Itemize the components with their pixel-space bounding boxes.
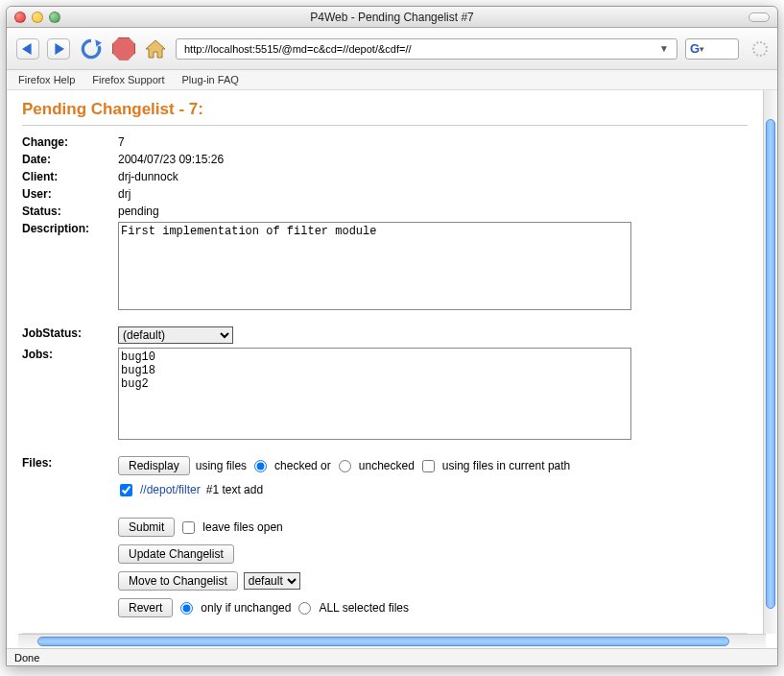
redisplay-button[interactable]: Redisplay bbox=[118, 456, 190, 475]
label-status: Status: bbox=[22, 205, 118, 218]
back-button[interactable] bbox=[16, 38, 39, 60]
text-only-unchanged: only if unchanged bbox=[201, 601, 291, 615]
svg-marker-1 bbox=[55, 43, 64, 55]
reload-icon bbox=[79, 36, 104, 61]
radio-all-selected[interactable] bbox=[298, 602, 311, 615]
move-target-select[interactable]: default bbox=[244, 572, 300, 590]
chevron-down-icon[interactable]: ▼ bbox=[655, 43, 673, 54]
text-checked-or: checked or bbox=[274, 459, 331, 472]
scrollbar-thumb[interactable] bbox=[766, 119, 775, 609]
label-jobs: Jobs: bbox=[22, 348, 118, 443]
label-date: Date: bbox=[22, 153, 118, 166]
browser-window: P4Web - Pending Changelist #7 http://loc… bbox=[6, 6, 778, 666]
text-current-path: using files in current path bbox=[442, 459, 570, 472]
home-button[interactable] bbox=[143, 36, 168, 61]
titlebar: P4Web - Pending Changelist #7 bbox=[7, 7, 777, 28]
label-jobstatus: JobStatus: bbox=[22, 326, 118, 344]
jobstatus-select[interactable]: (default) bbox=[118, 326, 233, 344]
checkbox-current-path[interactable] bbox=[422, 460, 435, 472]
update-changelist-button[interactable]: Update Changelist bbox=[118, 544, 234, 564]
divider bbox=[22, 125, 748, 126]
search-input[interactable]: G▾ bbox=[685, 38, 739, 60]
chevron-down-icon[interactable]: ▾ bbox=[700, 44, 704, 54]
radio-unchecked[interactable] bbox=[339, 460, 351, 472]
revert-button[interactable]: Revert bbox=[118, 598, 173, 617]
move-to-changelist-button[interactable]: Move to Changelist bbox=[118, 571, 238, 591]
browser-toolbar: http://localhost:5515/@md=c&cd=//depot/&… bbox=[7, 28, 777, 70]
page-content: Pending Changelist - 7: Change: 7 Date: … bbox=[7, 90, 763, 634]
throbber-icon bbox=[752, 41, 768, 57]
svg-marker-3 bbox=[146, 40, 165, 58]
reload-button[interactable] bbox=[78, 36, 105, 62]
url-bar[interactable]: http://localhost:5515/@md=c&cd=//depot/&… bbox=[176, 38, 677, 60]
svg-marker-2 bbox=[95, 39, 102, 47]
value-status: pending bbox=[118, 205, 748, 218]
vertical-scrollbar[interactable] bbox=[763, 90, 777, 634]
scrollbar-thumb[interactable] bbox=[37, 637, 729, 646]
bookmark-bar: Firefox Help Firefox Support Plug-in FAQ bbox=[7, 70, 777, 90]
google-icon: G bbox=[690, 41, 700, 56]
text-all-selected: ALL selected files bbox=[319, 601, 409, 615]
value-client: drj-dunnock bbox=[118, 170, 748, 183]
home-icon bbox=[144, 37, 167, 60]
radio-only-unchanged[interactable] bbox=[180, 602, 193, 615]
label-client: Client: bbox=[22, 170, 118, 183]
bookmark-link[interactable]: Firefox Help bbox=[18, 74, 75, 85]
value-date: 2004/07/23 09:15:26 bbox=[118, 153, 748, 166]
text-leave-open: leave files open bbox=[202, 520, 282, 534]
bookmark-link[interactable]: Plug-in FAQ bbox=[182, 74, 239, 85]
forward-icon bbox=[53, 43, 64, 55]
content-area: Pending Changelist - 7: Change: 7 Date: … bbox=[7, 90, 777, 634]
horizontal-scrollbar[interactable] bbox=[18, 634, 766, 648]
file-path-link[interactable]: //depot/filter bbox=[140, 483, 201, 496]
submit-button[interactable]: Submit bbox=[118, 518, 175, 537]
forward-button[interactable] bbox=[47, 38, 70, 60]
bookmark-link[interactable]: Firefox Support bbox=[92, 74, 164, 85]
value-change: 7 bbox=[118, 135, 748, 149]
jobs-textarea[interactable] bbox=[118, 348, 631, 440]
label-change: Change: bbox=[22, 135, 118, 149]
text-using-files: using files bbox=[196, 459, 247, 472]
back-icon bbox=[22, 43, 34, 55]
url-text: http://localhost:5515/@md=c&cd=//depot/&… bbox=[184, 43, 655, 55]
text-unchecked: unchecked bbox=[359, 459, 415, 472]
page-title: Pending Changelist - 7: bbox=[22, 100, 748, 119]
description-textarea[interactable] bbox=[118, 222, 631, 310]
checkbox-leave-open[interactable] bbox=[182, 521, 195, 534]
label-files: Files: bbox=[22, 456, 118, 625]
svg-marker-0 bbox=[22, 43, 32, 55]
window-title: P4Web - Pending Changelist #7 bbox=[7, 11, 777, 24]
checkbox-file[interactable] bbox=[120, 484, 132, 496]
label-description: Description: bbox=[22, 222, 118, 313]
label-user: User: bbox=[22, 187, 118, 201]
radio-checked[interactable] bbox=[254, 460, 267, 472]
status-bar: Done bbox=[7, 648, 777, 665]
file-suffix: #1 text add bbox=[206, 483, 263, 496]
status-text: Done bbox=[14, 652, 39, 664]
stop-button[interactable] bbox=[112, 37, 135, 60]
value-user: drj bbox=[118, 187, 748, 201]
